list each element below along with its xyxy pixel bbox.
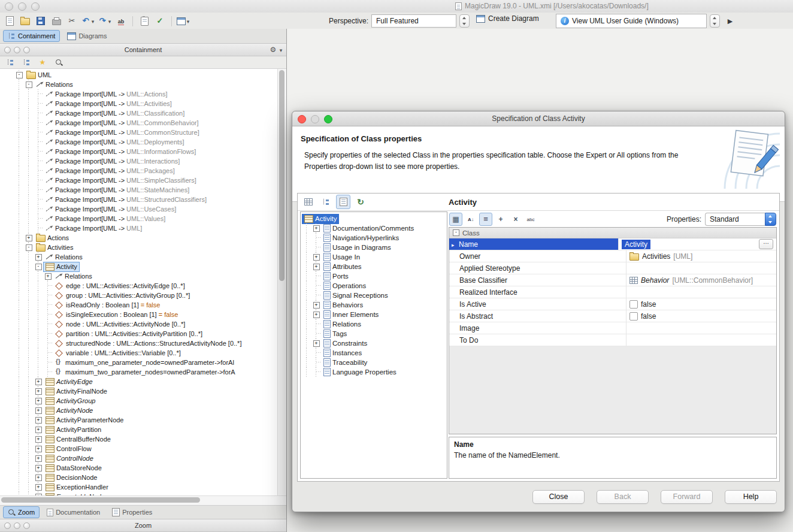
panel-minimize-icon[interactable] bbox=[14, 47, 20, 53]
spell-check-icon[interactable] bbox=[114, 14, 128, 28]
expert-properties-icon[interactable] bbox=[479, 213, 492, 226]
collapse-icon[interactable] bbox=[26, 81, 32, 88]
tree-item[interactable]: Package Import[UML -> UML::Classificatio… bbox=[14, 108, 278, 118]
spec-tree-item[interactable]: Instances bbox=[302, 348, 446, 358]
vertical-scrollbar-thumb[interactable] bbox=[279, 70, 284, 281]
expand-icon[interactable] bbox=[313, 254, 320, 261]
open-project-icon[interactable] bbox=[18, 14, 32, 28]
tree-item[interactable]: ControlFlow bbox=[14, 444, 278, 454]
close-button[interactable]: Close bbox=[532, 490, 585, 504]
tree-item[interactable]: Package Import[UML -> UML::UseCases] bbox=[14, 204, 278, 214]
tree-item[interactable]: ActivityNode bbox=[14, 406, 278, 415]
expand-icon[interactable] bbox=[35, 427, 42, 433]
tree-item[interactable]: isReadOnly : Boolean [1] = false bbox=[14, 300, 278, 310]
categorized-view-icon[interactable] bbox=[449, 213, 462, 226]
checkbox-icon[interactable] bbox=[629, 300, 638, 309]
expand-icon[interactable] bbox=[313, 312, 320, 318]
abc-icon[interactable] bbox=[524, 213, 537, 226]
panel-close-icon[interactable] bbox=[4, 522, 11, 529]
zoom-window-icon[interactable] bbox=[31, 2, 40, 11]
property-row[interactable]: Realized Interface bbox=[449, 286, 776, 298]
tree-item[interactable]: Package Import[UML -> UML::StructuredCla… bbox=[14, 195, 278, 204]
tree-item[interactable]: Package Import[UML -> UML::Values] bbox=[14, 214, 278, 223]
property-value[interactable]: Activities [UML] bbox=[626, 250, 776, 262]
bottom-tab-properties[interactable]: Properties bbox=[107, 506, 157, 518]
expand-icon[interactable] bbox=[313, 340, 320, 347]
spec-tree-item[interactable]: Ports bbox=[302, 271, 446, 281]
tree-item[interactable]: Activities bbox=[14, 243, 278, 252]
spec-tree-item[interactable]: Tags bbox=[302, 329, 446, 338]
collapse-icon[interactable] bbox=[26, 244, 32, 251]
spec-tree-item[interactable]: Traceability bbox=[302, 358, 446, 367]
tree-item[interactable]: ControlNode bbox=[14, 454, 278, 463]
expand-icon[interactable] bbox=[313, 225, 320, 232]
expand-icon[interactable] bbox=[35, 446, 42, 452]
class-group-row[interactable]: Class bbox=[449, 228, 776, 238]
expand-icon[interactable] bbox=[35, 379, 42, 385]
property-value[interactable]: false bbox=[626, 310, 776, 322]
spec-tree-item[interactable]: Relations bbox=[302, 319, 446, 329]
tree-item[interactable]: CentralBufferNode bbox=[14, 434, 278, 444]
tree-item[interactable]: Package Import[UML -> UML::Deployments] bbox=[14, 137, 278, 147]
expand-icon[interactable] bbox=[313, 264, 320, 270]
remove-icon[interactable] bbox=[509, 213, 522, 226]
expand-icon[interactable] bbox=[35, 474, 42, 481]
minimize-window-icon[interactable] bbox=[18, 2, 26, 11]
spec-tree-item[interactable]: Usage in Diagrams bbox=[302, 243, 446, 252]
property-row[interactable]: Image bbox=[449, 322, 776, 334]
spec-tree-item[interactable]: Constraints bbox=[302, 338, 446, 348]
run-icon[interactable] bbox=[723, 14, 737, 28]
tree-item[interactable]: Package Import[UML -> UML::CommonBehavio… bbox=[14, 118, 278, 128]
spec-tree-item[interactable]: Signal Receptions bbox=[302, 291, 446, 300]
tree-item[interactable]: node : UML::Activities::ActivityNode [0.… bbox=[14, 319, 278, 329]
tree-item[interactable]: Package Import[UML -> UML::InformationFl… bbox=[14, 147, 278, 156]
tree-vertical-scrollbar[interactable] bbox=[277, 69, 286, 495]
expand-icon[interactable] bbox=[45, 273, 52, 280]
spec-tree-item[interactable]: Attributes bbox=[302, 262, 446, 271]
expand-icon[interactable] bbox=[35, 398, 42, 404]
properties-select[interactable]: Standard bbox=[705, 213, 776, 225]
favorites-icon[interactable] bbox=[37, 56, 49, 68]
property-row[interactable]: Is Abstractfalse bbox=[449, 310, 776, 322]
alphabetical-view-icon[interactable] bbox=[464, 213, 477, 226]
bottom-tab-documentation[interactable]: Documentation bbox=[42, 506, 105, 518]
panel-minimize-icon[interactable] bbox=[14, 522, 20, 529]
uml-guide-select[interactable]: View UML User Guide (Windows) bbox=[556, 14, 707, 28]
dialog-titlebar[interactable]: Specification of Class Activity bbox=[292, 111, 785, 126]
validation-icon[interactable] bbox=[153, 14, 167, 28]
spec-tree-item[interactable]: Navigation/Hyperlinks bbox=[302, 233, 446, 243]
perspective-select[interactable]: Full Featured bbox=[371, 14, 456, 28]
tree-item[interactable]: group : UML::Activities::ActivityGroup [… bbox=[14, 291, 278, 300]
search-icon[interactable] bbox=[53, 56, 65, 68]
change-review-icon[interactable] bbox=[137, 14, 152, 28]
tree-item[interactable]: Relations bbox=[14, 80, 278, 89]
property-value[interactable] bbox=[626, 334, 776, 346]
tree-item[interactable]: ExceptionHandler bbox=[14, 482, 278, 492]
tree-item[interactable]: DataStoreNode bbox=[14, 463, 278, 473]
expand-all-icon[interactable] bbox=[20, 56, 32, 68]
undo-button[interactable] bbox=[80, 14, 96, 28]
create-diagram-button[interactable]: Create Diagram bbox=[476, 14, 539, 23]
help-button[interactable]: Help bbox=[725, 490, 777, 504]
perspective-stepper[interactable] bbox=[459, 14, 470, 28]
property-row[interactable]: Base ClassifierBehavior [UML::CommonBeha… bbox=[449, 274, 776, 286]
panel-detach-icon[interactable] bbox=[23, 47, 30, 53]
tree-item[interactable]: ActivityPartition bbox=[14, 425, 278, 434]
ellipsis-button[interactable] bbox=[759, 239, 773, 249]
expand-icon[interactable] bbox=[35, 465, 42, 471]
tree-item[interactable]: Activity bbox=[14, 262, 278, 271]
tree-item[interactable]: ActivityEdge bbox=[14, 377, 278, 386]
collapse-icon[interactable] bbox=[16, 72, 23, 78]
cut-icon[interactable] bbox=[65, 14, 79, 28]
tree-horizontal-scrollbar[interactable] bbox=[0, 495, 286, 505]
property-row[interactable]: To Do bbox=[449, 334, 776, 346]
tree-item[interactable]: edge : UML::Activities::ActivityEdge [0.… bbox=[14, 281, 278, 291]
spec-tree-item[interactable]: Behaviors bbox=[302, 300, 446, 310]
bottom-tab-zoom[interactable]: Zoom bbox=[3, 506, 40, 518]
save-icon[interactable] bbox=[34, 14, 48, 28]
collapse-icon[interactable] bbox=[35, 264, 42, 270]
new-project-icon[interactable] bbox=[2, 14, 17, 28]
tree-item[interactable]: isSingleExecution : Boolean [1] = false bbox=[14, 310, 278, 319]
spec-tree-item[interactable]: Usage In bbox=[302, 252, 446, 262]
add-icon[interactable] bbox=[494, 213, 507, 226]
